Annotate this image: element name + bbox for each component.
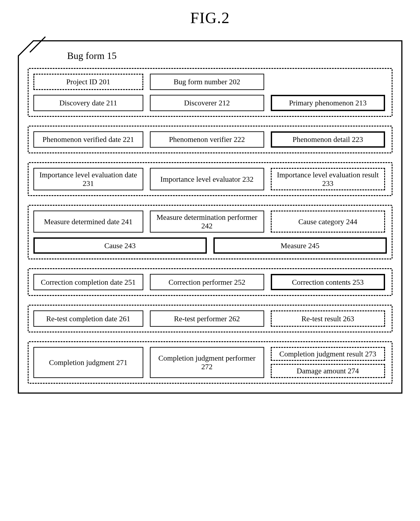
field-cause: Cause 243: [33, 237, 207, 254]
field-completion-judgment-result: Completion judgment result 273: [271, 347, 385, 361]
field-importance-eval-date: Importance level evaluation date 231: [33, 168, 143, 190]
field-measure-determination-performer: Measure determination performer 242: [150, 210, 264, 233]
folded-corner-icon: [19, 41, 37, 59]
document-title: Bug form 15: [67, 50, 392, 61]
field-cause-category: Cause category 244: [271, 210, 385, 233]
field-measure: Measure 245: [213, 237, 387, 254]
field-project-id: Project ID 201: [33, 74, 143, 90]
field-phenomenon-verifier: Phenomenon verifier 222: [150, 131, 264, 148]
field-correction-contents: Correction contents 253: [271, 274, 385, 290]
field-completion-judgment-performer: Completion judgment performer 272: [150, 347, 264, 378]
field-discoverer: Discoverer 212: [150, 95, 264, 111]
group-measure: Measure determined date 241 Measure dete…: [28, 205, 392, 259]
group-retest: Re-test completion date 261 Re-test perf…: [28, 305, 392, 333]
field-retest-completion-date: Re-test completion date 261: [33, 311, 143, 327]
field-measure-determined-date: Measure determined date 241: [33, 210, 143, 233]
field-importance-evaluator: Importance level evaluator 232: [150, 168, 264, 190]
figure-title: FIG.2: [9, 9, 411, 27]
field-correction-completion-date: Correction completion date 251: [33, 274, 143, 290]
field-phenomenon-verified-date: Phenomenon verified date 221: [33, 131, 143, 148]
group-discovery: Project ID 201 Bug form number 202 Disco…: [28, 68, 392, 117]
field-phenomenon-detail: Phenomenon detail 223: [271, 131, 385, 148]
group-importance: Importance level evaluation date 231 Imp…: [28, 162, 392, 196]
field-importance-eval-result: Importance level evaluation result 233: [271, 168, 385, 190]
group-phenomenon: Phenomenon verified date 221 Phenomenon …: [28, 126, 392, 153]
field-correction-performer: Correction performer 252: [150, 274, 264, 290]
field-retest-result: Re-test result 263: [271, 311, 385, 327]
field-retest-performer: Re-test performer 262: [150, 311, 264, 327]
field-damage-amount: Damage amount 274: [271, 364, 385, 378]
field-discovery-date: Discovery date 211: [33, 95, 143, 111]
group-correction: Correction completion date 251 Correctio…: [28, 268, 392, 296]
field-primary-phenomenon: Primary phenomenon 213: [271, 95, 385, 111]
group-completion: Completion judgment 271 Completion judgm…: [28, 341, 392, 383]
field-bug-form-number: Bug form number 202: [150, 74, 264, 90]
field-completion-judgment: Completion judgment 271: [33, 347, 143, 378]
bug-form-document: Bug form 15 Project ID 201 Bug form numb…: [18, 40, 402, 394]
